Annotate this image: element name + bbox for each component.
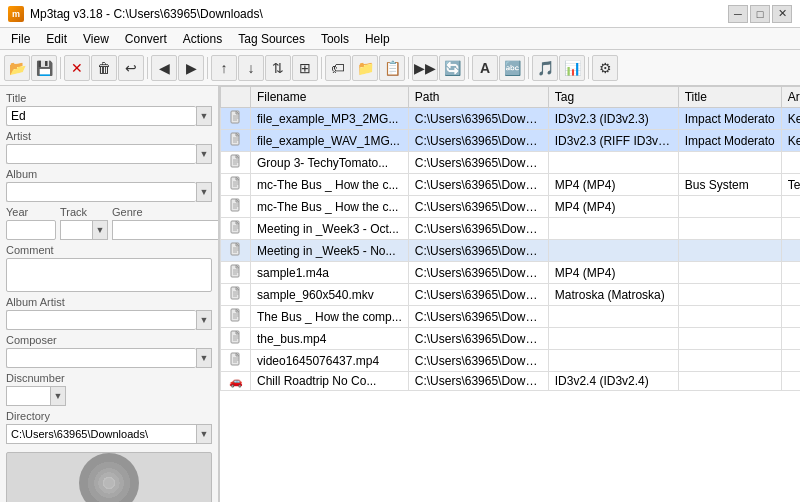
- menu-item-tag-sources[interactable]: Tag Sources: [231, 29, 312, 49]
- title-text: Mp3tag v3.18 - C:\Users\63965\Downloads\: [30, 7, 263, 21]
- row-icon-cell: [221, 218, 251, 240]
- year-input[interactable]: [6, 220, 56, 240]
- menu-item-actions[interactable]: Actions: [176, 29, 229, 49]
- audio-btn[interactable]: 🎵: [532, 55, 558, 81]
- table-row[interactable]: video1645076437.mp4C:\Users\63965\Downlo…: [221, 350, 801, 372]
- album-input[interactable]: [6, 182, 196, 202]
- table-row[interactable]: sample_960x540.mkvC:\Users\63965\Downloa…: [221, 284, 801, 306]
- settings-btn[interactable]: ⚙: [592, 55, 618, 81]
- minimize-button[interactable]: ─: [728, 5, 748, 23]
- col-header-title[interactable]: Title: [678, 87, 781, 108]
- col-header-filename[interactable]: Filename: [251, 87, 409, 108]
- album-artist-input[interactable]: [6, 310, 196, 330]
- table-row[interactable]: file_example_MP3_2MG...C:\Users\63965\Do…: [221, 108, 801, 130]
- remove-btn[interactable]: 🗑: [91, 55, 117, 81]
- row-cell-tag: [548, 306, 678, 328]
- row-cell-title: [678, 372, 781, 391]
- title-input[interactable]: [6, 106, 196, 126]
- table-row[interactable]: file_example_WAV_1MG...C:\Users\63965\Do…: [221, 130, 801, 152]
- comment-input[interactable]: [6, 258, 212, 292]
- tag-rename-btn[interactable]: 🏷: [325, 55, 351, 81]
- genre-input[interactable]: [112, 220, 220, 240]
- menu-item-edit[interactable]: Edit: [39, 29, 74, 49]
- col-header-path[interactable]: Path: [408, 87, 548, 108]
- title-dropdown-arrow[interactable]: ▼: [196, 106, 212, 126]
- sort-btn[interactable]: ⇅: [265, 55, 291, 81]
- directory-dropdown-arrow[interactable]: ▼: [196, 424, 212, 444]
- table-row[interactable]: 🚗Chill Roadtrip No Co...C:\Users\63965\D…: [221, 372, 801, 391]
- row-cell-filename: The Bus _ How the comp...: [251, 306, 409, 328]
- toolbar-separator: [408, 57, 409, 79]
- table-row[interactable]: Meeting in _Week3 - Oct...C:\Users\63965…: [221, 218, 801, 240]
- menu-item-tools[interactable]: Tools: [314, 29, 356, 49]
- comment-field-group: Comment: [6, 244, 212, 292]
- composer-field-group: Composer ▼: [6, 334, 212, 368]
- table-row[interactable]: mc-The Bus _ How the c...C:\Users\63965\…: [221, 196, 801, 218]
- artist-dropdown-arrow[interactable]: ▼: [196, 144, 212, 164]
- menu-item-view[interactable]: View: [76, 29, 116, 49]
- text-btn[interactable]: 🔤: [499, 55, 525, 81]
- menu-item-help[interactable]: Help: [358, 29, 397, 49]
- directory-input[interactable]: [6, 424, 196, 444]
- music-file-icon: [229, 136, 243, 148]
- playlist-btn[interactable]: 📋: [379, 55, 405, 81]
- delete-btn[interactable]: ✕: [64, 55, 90, 81]
- discnumber-input[interactable]: [6, 386, 50, 406]
- table-row[interactable]: Meeting in _Week5 - No...C:\Users\63965\…: [221, 240, 801, 262]
- track-dropdown-arrow[interactable]: ▼: [92, 220, 108, 240]
- row-cell-tag: [548, 218, 678, 240]
- tag-source-btn[interactable]: A: [472, 55, 498, 81]
- stats-btn[interactable]: 📊: [559, 55, 585, 81]
- track-input[interactable]: [60, 220, 92, 240]
- row-cell-filename: the_bus.mp4: [251, 328, 409, 350]
- discnumber-field-group: Discnumber ▼: [6, 372, 212, 406]
- row-cell-title: [678, 284, 781, 306]
- table-row[interactable]: The Bus _ How the comp...C:\Users\63965\…: [221, 306, 801, 328]
- view-btn[interactable]: ⊞: [292, 55, 318, 81]
- row-cell-filename: sample_960x540.mkv: [251, 284, 409, 306]
- row-icon-cell: [221, 240, 251, 262]
- table-row[interactable]: Group 3- TechyTomato...C:\Users\63965\Do…: [221, 152, 801, 174]
- row-icon-cell: [221, 108, 251, 130]
- row-cell-artist: [781, 328, 800, 350]
- composer-dropdown-arrow[interactable]: ▼: [196, 348, 212, 368]
- row-cell-path: C:\Users\63965\Downloa...: [408, 196, 548, 218]
- col-header-artist[interactable]: Artist: [781, 87, 800, 108]
- convert-btn[interactable]: 🔄: [439, 55, 465, 81]
- row-cell-path: C:\Users\63965\Downloa...: [408, 152, 548, 174]
- save-btn[interactable]: 💾: [31, 55, 57, 81]
- row-cell-filename: mc-The Bus _ How the c...: [251, 196, 409, 218]
- next-btn[interactable]: ▶: [178, 55, 204, 81]
- row-cell-artist: [781, 152, 800, 174]
- folder-rename-btn[interactable]: 📁: [352, 55, 378, 81]
- menu-item-convert[interactable]: Convert: [118, 29, 174, 49]
- actions-quick-btn[interactable]: ▶▶: [412, 55, 438, 81]
- album-artist-dropdown-arrow[interactable]: ▼: [196, 310, 212, 330]
- row-cell-filename: file_example_MP3_2MG...: [251, 108, 409, 130]
- open-folder-btn[interactable]: 📂: [4, 55, 30, 81]
- discnumber-dropdown-arrow[interactable]: ▼: [50, 386, 66, 406]
- row-icon-cell: [221, 328, 251, 350]
- prev-btn[interactable]: ◀: [151, 55, 177, 81]
- moveup-btn[interactable]: ↑: [211, 55, 237, 81]
- table-row[interactable]: the_bus.mp4C:\Users\63965\Downloa...: [221, 328, 801, 350]
- col-header-tag[interactable]: Tag: [548, 87, 678, 108]
- table-row[interactable]: mc-The Bus _ How the c...C:\Users\63965\…: [221, 174, 801, 196]
- maximize-button[interactable]: □: [750, 5, 770, 23]
- music-file-icon: [229, 268, 243, 280]
- undo-btn[interactable]: ↩: [118, 55, 144, 81]
- row-cell-path: C:\Users\63965\Downloa...: [408, 262, 548, 284]
- row-cell-tag: MP4 (MP4): [548, 196, 678, 218]
- table-row[interactable]: sample1.m4aC:\Users\63965\Downloa...MP4 …: [221, 262, 801, 284]
- album-dropdown-arrow[interactable]: ▼: [196, 182, 212, 202]
- music-file-icon: [229, 246, 243, 258]
- row-cell-artist: [781, 218, 800, 240]
- artist-input[interactable]: [6, 144, 196, 164]
- close-button[interactable]: ✕: [772, 5, 792, 23]
- vinyl-icon: [79, 453, 139, 502]
- movedown-btn[interactable]: ↓: [238, 55, 264, 81]
- composer-input[interactable]: [6, 348, 196, 368]
- menu-item-file[interactable]: File: [4, 29, 37, 49]
- toolbar-separator: [321, 57, 322, 79]
- toolbar-separator: [207, 57, 208, 79]
